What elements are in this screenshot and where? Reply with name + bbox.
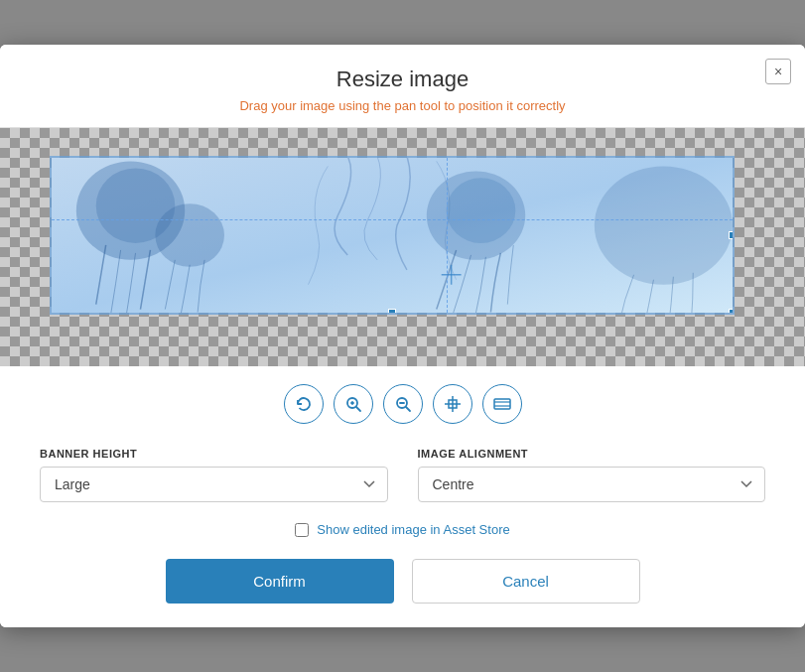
image-alignment-select[interactable]: Left Centre Right [418, 467, 766, 502]
resize-handle-right[interactable] [729, 231, 735, 239]
svg-rect-19 [494, 399, 510, 409]
resize-handle-bottom[interactable] [388, 309, 396, 315]
crop-line-vertical [447, 158, 448, 313]
crop-line-horizontal [52, 219, 733, 220]
zoom-out-button[interactable] [383, 384, 423, 424]
toolbar [40, 384, 765, 424]
fit-icon [493, 395, 511, 413]
modal-title: Resize image [20, 67, 785, 92]
banner-height-label: BANNER HEIGHT [40, 448, 388, 460]
resize-handle-corner-br[interactable] [729, 309, 735, 315]
image-alignment-group: IMAGE ALIGNMENT Left Centre Right [418, 448, 766, 502]
pan-button[interactable] [433, 384, 472, 424]
controls-area: BANNER HEIGHT Small Medium Large Extra L… [0, 366, 805, 627]
zoom-in-icon [344, 395, 362, 413]
modal-subtitle: Drag your image using the pan tool to po… [20, 98, 785, 113]
banner-height-select[interactable]: Small Medium Large Extra Large [40, 467, 388, 502]
canvas-area[interactable] [0, 128, 805, 366]
asset-store-label[interactable]: Show edited image in Asset Store [317, 522, 509, 537]
svg-point-5 [447, 178, 516, 243]
checkbox-row: Show edited image in Asset Store [40, 522, 765, 537]
rotate-button[interactable] [284, 384, 324, 424]
image-alignment-label: IMAGE ALIGNMENT [418, 448, 766, 460]
asset-store-checkbox[interactable] [295, 523, 309, 537]
button-row: Confirm Cancel [40, 559, 765, 604]
confirm-button[interactable]: Confirm [166, 559, 394, 604]
svg-line-15 [406, 407, 410, 411]
fit-button[interactable] [482, 384, 522, 424]
form-row: BANNER HEIGHT Small Medium Large Extra L… [40, 448, 765, 502]
jellyfish-svg [52, 158, 733, 313]
rotate-icon [295, 395, 313, 413]
cancel-button[interactable]: Cancel [412, 559, 640, 604]
pan-icon [444, 395, 462, 413]
resize-image-modal: Resize image Drag your image using the p… [0, 45, 805, 627]
modal-header: Resize image Drag your image using the p… [0, 45, 805, 128]
image-preview [52, 158, 733, 313]
zoom-in-button[interactable] [334, 384, 373, 424]
svg-point-6 [595, 166, 733, 284]
banner-height-group: BANNER HEIGHT Small Medium Large Extra L… [40, 448, 388, 502]
close-button[interactable]: × [765, 59, 791, 84]
svg-line-12 [356, 407, 360, 411]
image-container[interactable] [50, 156, 735, 315]
svg-point-3 [155, 203, 224, 267]
zoom-out-icon [394, 395, 412, 413]
